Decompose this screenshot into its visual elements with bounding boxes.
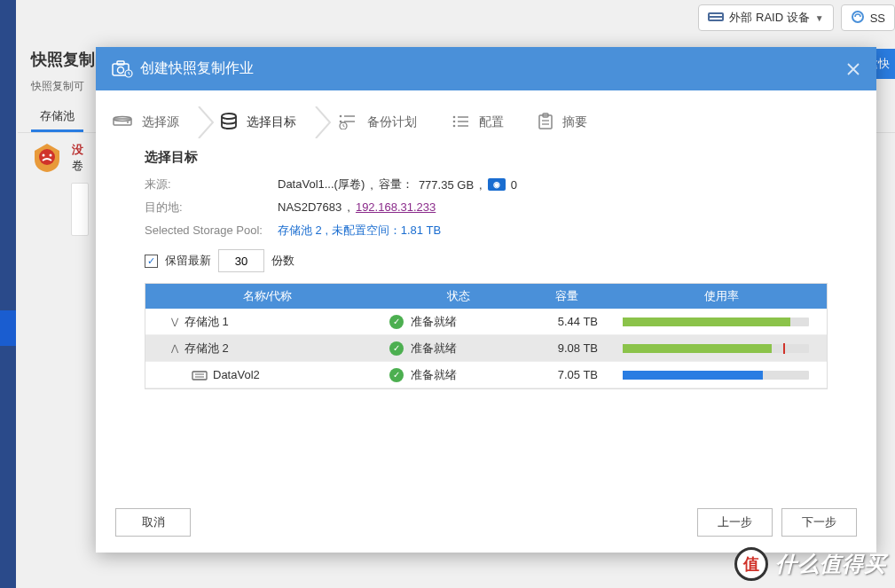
status-ok-icon: ✓ [389, 368, 404, 382]
next-button[interactable]: 下一步 [781, 508, 857, 537]
section-title: 选择目标 [145, 149, 828, 166]
table-row[interactable]: ⋀存储池 2 ✓准备就绪 9.08 TB [145, 335, 827, 362]
usage-bar [623, 344, 809, 353]
svg-point-9 [118, 67, 124, 73]
volume-icon [192, 369, 208, 381]
chevron-right-icon [314, 106, 337, 138]
database-icon [220, 113, 238, 133]
chevron-right-icon [197, 106, 220, 138]
create-snapshot-modal: 创建快照复制作业 选择源 选择目标 备份计划 配置 摘要 [96, 47, 876, 553]
pool-name: DataVol2 [213, 368, 260, 381]
step-configure[interactable]: 配置 [451, 114, 522, 131]
settings-icon [451, 114, 470, 131]
step-select-source[interactable]: 选择源 [112, 114, 197, 132]
pool-name: 存储池 2 [184, 341, 229, 357]
svg-point-13 [127, 122, 129, 123]
sidebar-active-item[interactable] [0, 310, 16, 346]
svg-point-14 [222, 114, 236, 119]
svg-rect-0 [708, 12, 724, 21]
external-raid-button[interactable]: 外部 RAID 设备 ▼ [698, 4, 833, 31]
tab-storage-pool[interactable]: 存储池 [31, 103, 83, 132]
ssd-button[interactable]: SS [841, 4, 895, 31]
modal-title: 创建快照复制作业 [140, 59, 837, 78]
close-icon[interactable] [846, 62, 860, 76]
table-header: 名称/代称 状态 容量 使用率 [145, 284, 827, 309]
svg-point-24 [453, 124, 456, 127]
step-select-destination[interactable]: 选择目标 [220, 113, 314, 133]
wizard-stepper: 选择源 选择目标 备份计划 配置 摘要 [96, 90, 876, 149]
modal-footer: 取消 上一步 下一步 [96, 492, 876, 553]
modal-header: 创建快照复制作业 [96, 47, 876, 90]
table-row[interactable]: ⋁存储池 1 ✓准备就绪 5.44 TB [145, 309, 827, 335]
keep-count-input[interactable] [218, 249, 264, 272]
svg-rect-2 [710, 18, 722, 20]
left-sidebar [0, 0, 16, 588]
usage-bar [623, 318, 809, 326]
keep-latest-checkbox[interactable]: ✓ [145, 255, 158, 268]
svg-point-15 [340, 114, 342, 117]
raid-icon [708, 11, 724, 26]
ssd-icon [851, 11, 865, 26]
storage-pool-table: 名称/代称 状态 容量 使用率 ⋁存储池 1 ✓准备就绪 5.44 TB ⋀存储… [145, 283, 828, 389]
step-backup-schedule[interactable]: 备份计划 [337, 114, 435, 132]
svg-point-20 [453, 115, 456, 118]
svg-point-22 [453, 120, 456, 122]
watermark-logo: 值 [734, 547, 768, 581]
svg-rect-8 [117, 61, 124, 65]
step-summary[interactable]: 摘要 [538, 113, 605, 133]
svg-point-4 [39, 149, 55, 165]
usage-bar [623, 371, 809, 380]
chevron-up-icon[interactable]: ⋀ [170, 343, 179, 353]
disk-icon [112, 114, 133, 132]
status-ok-icon: ✓ [389, 315, 404, 329]
snapshot-camera-icon: ◉ [488, 178, 506, 191]
svg-rect-30 [192, 372, 207, 380]
svg-rect-1 [710, 14, 722, 16]
cancel-button[interactable]: 取消 [115, 508, 191, 537]
svg-point-3 [852, 12, 863, 22]
modal-body: 选择目标 来源: DataVol1...(厚卷), 容量： 777.35 GB,… [96, 149, 876, 492]
alert-icon [31, 142, 63, 174]
watermark: 值 什么值得买 [734, 547, 886, 581]
snapshot-icon [112, 60, 131, 78]
bg-panel [71, 183, 89, 236]
pool-name: 存储池 1 [184, 314, 229, 330]
destination-ip-link[interactable]: 192.168.31.233 [356, 200, 436, 214]
svg-point-5 [43, 154, 45, 157]
chevron-down-icon: ▼ [815, 13, 824, 23]
table-row[interactable]: DataVol2 ✓准备就绪 7.05 TB [145, 362, 827, 388]
svg-point-6 [50, 154, 52, 157]
source-row: 来源: DataVol1...(厚卷), 容量： 777.35 GB, ◉ 0 [145, 176, 828, 192]
chevron-down-icon[interactable]: ⋁ [170, 317, 179, 326]
pool-row: Selected Storage Pool: 存储池 2 , 未配置空间：1.8… [145, 223, 828, 239]
schedule-icon [337, 114, 358, 132]
prev-button[interactable]: 上一步 [697, 508, 773, 537]
summary-icon [538, 113, 553, 133]
destination-row: 目的地: NAS2D7683, 192.168.31.233 [145, 200, 828, 216]
status-ok-icon: ✓ [389, 341, 404, 356]
keep-latest-row: ✓ 保留最新 份数 [145, 249, 828, 272]
